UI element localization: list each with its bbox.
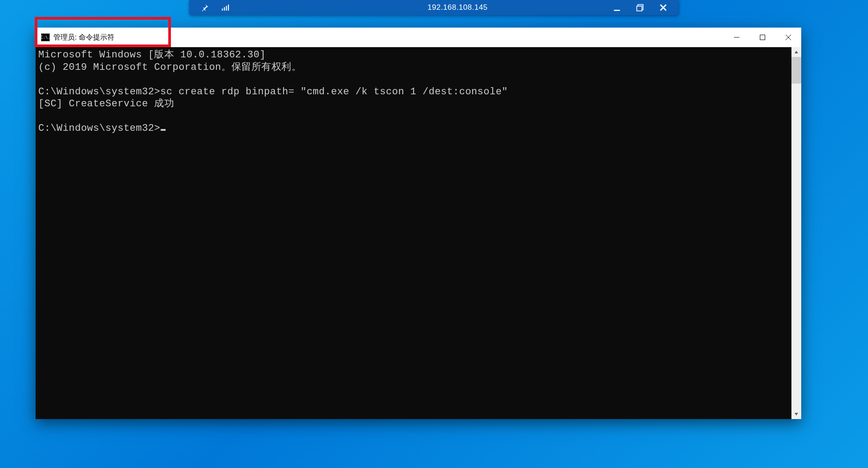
terminal-output[interactable]: Microsoft Windows [版本 10.0.18362.30] (c)… bbox=[36, 47, 801, 419]
scroll-track[interactable] bbox=[791, 57, 801, 409]
remote-address: 192.168.108.145 bbox=[305, 3, 610, 12]
cursor-icon bbox=[161, 129, 166, 131]
scroll-down-button[interactable] bbox=[791, 409, 801, 419]
close-button[interactable] bbox=[775, 28, 801, 47]
cmd-window-title: 管理员: 命令提示符 bbox=[53, 33, 114, 42]
svg-rect-6 bbox=[637, 6, 642, 11]
svg-rect-0 bbox=[222, 8, 223, 11]
terminal-line: [SC] CreateService 成功 bbox=[38, 98, 174, 109]
signal-icon bbox=[219, 1, 232, 14]
terminal-line: Microsoft Windows [版本 10.0.18362.30] bbox=[38, 49, 266, 61]
terminal-line: (c) 2019 Microsoft Corporation。保留所有权利。 bbox=[38, 62, 301, 73]
viewer-close-button[interactable] bbox=[657, 1, 670, 14]
terminal-line: C:\Windows\system32>sc create rdp binpat… bbox=[38, 86, 508, 97]
maximize-button[interactable] bbox=[750, 28, 775, 47]
svg-rect-1 bbox=[224, 7, 225, 11]
cmd-titlebar[interactable]: C:\. 管理员: 命令提示符 bbox=[36, 28, 801, 47]
viewer-minimize-button[interactable] bbox=[610, 1, 624, 14]
cmd-app-icon: C:\. bbox=[41, 33, 50, 41]
scroll-up-button[interactable] bbox=[791, 47, 801, 57]
scroll-thumb[interactable] bbox=[791, 57, 801, 84]
svg-rect-2 bbox=[226, 6, 227, 11]
minimize-button[interactable] bbox=[724, 28, 750, 47]
pin-icon[interactable] bbox=[198, 1, 211, 14]
svg-rect-4 bbox=[614, 10, 620, 11]
svg-rect-3 bbox=[228, 4, 229, 11]
scrollbar[interactable] bbox=[791, 47, 801, 419]
remote-viewer-bar: 192.168.108.145 bbox=[189, 0, 679, 15]
cmd-window: C:\. 管理员: 命令提示符 Microsoft Windows [版本 10… bbox=[36, 28, 801, 419]
viewer-restore-button[interactable] bbox=[633, 1, 647, 14]
terminal-prompt: C:\Windows\system32> bbox=[38, 123, 160, 134]
svg-rect-8 bbox=[760, 35, 765, 40]
